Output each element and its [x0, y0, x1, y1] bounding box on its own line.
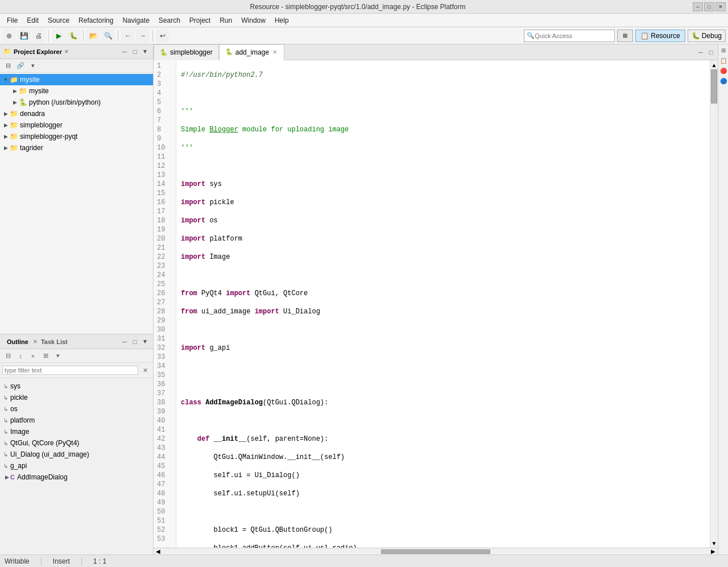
- outline-item-os[interactable]: ↳ os: [0, 403, 153, 415]
- outline-maximize-btn[interactable]: □: [130, 337, 139, 346]
- tree-item-simpleblogger-pyqt[interactable]: ▶ 📁 simpleblogger-pyqt: [0, 131, 153, 142]
- outline-item-qtgui[interactable]: ↳ QtGui, QtCore (PyQt4): [0, 437, 153, 449]
- minimize-panel-btn[interactable]: ─: [120, 47, 129, 56]
- project-explorer-folder-icon: 📁: [3, 48, 11, 55]
- expand-icon-folder: ▶: [11, 88, 18, 94]
- tree-item-mysite-folder[interactable]: ▶ 📁 mysite: [0, 85, 153, 97]
- editor-tabs: 🐍 simpleblogger 🐍 add_image ✕ ─ □: [154, 44, 718, 60]
- outline-chevron-btn[interactable]: ▾: [140, 337, 150, 346]
- folder-icon-tagrider: 📁: [9, 143, 18, 152]
- perspective-icon-btn[interactable]: ⊞: [617, 30, 633, 42]
- right-btn-1[interactable]: ⊞: [719, 45, 728, 55]
- print-button[interactable]: 🖨: [32, 29, 46, 43]
- scroll-left-btn[interactable]: ◀: [154, 548, 163, 554]
- task-list-tab[interactable]: Task List: [38, 338, 71, 345]
- outline-clear-btn[interactable]: ✕: [139, 365, 151, 376]
- menu-run[interactable]: Run: [215, 15, 237, 26]
- title-bar: Resource - simpleblogger-pyqt/src/1.0/ad…: [0, 0, 728, 14]
- menu-window[interactable]: Window: [237, 15, 270, 26]
- editor-tab-add-image[interactable]: 🐍 add_image ✕: [219, 44, 284, 60]
- right-btn-4[interactable]: 🔵: [719, 76, 728, 85]
- close-button[interactable]: ✕: [715, 2, 726, 11]
- run-button[interactable]: ▶: [52, 29, 65, 43]
- tab-close-add-image[interactable]: ✕: [271, 49, 278, 56]
- chevron-down-btn[interactable]: ▾: [140, 47, 150, 56]
- left-panels: 📁 Project Explorer ✕ ─ □ ▾ ⊟ 🔗 ▾ ▼ 📁: [0, 44, 154, 554]
- menu-file[interactable]: File: [2, 15, 22, 26]
- editor-tab-simpleblogger[interactable]: 🐍 simpleblogger: [154, 44, 219, 60]
- outline-label-uidialog: Ui_Dialog (ui_add_image): [10, 450, 89, 458]
- collapse-all-btn[interactable]: ⊟: [2, 60, 14, 72]
- outline-minimize-btn[interactable]: ─: [120, 337, 129, 346]
- outline-collapse-btn[interactable]: ⊟: [2, 350, 14, 362]
- outline-filter-input[interactable]: [2, 366, 138, 375]
- right-btn-3[interactable]: 🔴: [719, 66, 728, 75]
- python-icon: 🐍: [18, 98, 27, 107]
- scroll-up-btn[interactable]: ▲: [710, 60, 718, 69]
- open-button[interactable]: 📂: [86, 29, 100, 43]
- expand-icon-tagrider: ▶: [2, 144, 9, 151]
- import-icon-sys: ↳: [3, 383, 8, 390]
- quick-access-box[interactable]: 🔍: [524, 30, 615, 42]
- outline-sort-btn[interactable]: ↕: [15, 350, 26, 362]
- simpleblogger-label: simpleblogger: [20, 121, 63, 129]
- scroll-thumb[interactable]: [711, 69, 717, 104]
- import-icon-os: ↳: [3, 406, 8, 412]
- vertical-scrollbar[interactable]: ▲ ▼: [710, 60, 718, 548]
- outline-hide-btn[interactable]: ×: [27, 350, 39, 362]
- h-scroll-thumb[interactable]: [381, 549, 490, 554]
- forward-button[interactable]: →: [136, 29, 150, 43]
- menu-project[interactable]: Project: [185, 15, 215, 26]
- menu-source[interactable]: Source: [43, 15, 74, 26]
- editor-maximize-btn[interactable]: □: [706, 48, 715, 57]
- outline-item-gapi[interactable]: ↳ g_api: [0, 460, 153, 471]
- tree-item-simpleblogger[interactable]: ▶ 📁 simpleblogger: [0, 119, 153, 131]
- scroll-down-btn[interactable]: ▼: [710, 539, 718, 548]
- outline-item-uidialog[interactable]: ↳ Ui_Dialog (ui_add_image): [0, 449, 153, 460]
- save-button[interactable]: 💾: [17, 29, 31, 43]
- minimize-button[interactable]: ─: [693, 2, 703, 11]
- status-sep1: [41, 557, 42, 565]
- new-button[interactable]: ⊕: [2, 29, 16, 43]
- back-button[interactable]: ←: [121, 29, 135, 43]
- outline-item-addimagedialog[interactable]: ▶ C AddImageDialog: [0, 471, 153, 483]
- outline-item-pickle[interactable]: ↳ pickle: [0, 392, 153, 403]
- code-content-area[interactable]: #!/usr/bin/python2.7 ''' Simple Blogger …: [176, 60, 710, 548]
- quick-access-input[interactable]: [535, 32, 609, 39]
- undo-button[interactable]: ↩: [156, 29, 169, 43]
- menu-edit[interactable]: Edit: [22, 15, 43, 26]
- search-tool-button[interactable]: 🔍: [101, 29, 115, 43]
- tree-item-mysite-root[interactable]: ▼ 📁 mysite: [0, 74, 153, 85]
- outline-grid-btn[interactable]: ⊞: [40, 350, 51, 362]
- debug-perspective-button[interactable]: 🐛 Debug: [688, 30, 726, 42]
- outline-tab-outline[interactable]: Outline: [3, 338, 32, 345]
- menu-search[interactable]: Search: [154, 15, 185, 26]
- horizontal-scrollbar[interactable]: ◀ ▶: [154, 548, 718, 554]
- maximize-panel-btn[interactable]: □: [130, 47, 139, 56]
- menu-refactoring[interactable]: Refactoring: [74, 15, 118, 26]
- editor-minimize-btn[interactable]: ─: [696, 48, 705, 57]
- debug-button-toolbar[interactable]: 🐛: [67, 29, 80, 43]
- line-numbers: 12345 678910 1112131415 1617181920 21222…: [154, 60, 176, 548]
- outline-item-platform[interactable]: ↳ platform: [0, 415, 153, 426]
- menu-help[interactable]: Help: [270, 15, 293, 26]
- outline-chevron-down[interactable]: ▾: [52, 350, 64, 362]
- project-explorer-panel: 📁 Project Explorer ✕ ─ □ ▾ ⊟ 🔗 ▾ ▼ 📁: [0, 44, 153, 334]
- menu-navigate[interactable]: Navigate: [118, 15, 154, 26]
- python-label: python (/usr/bin/python): [29, 98, 101, 106]
- scroll-right-btn[interactable]: ▶: [709, 548, 718, 554]
- new-dropdown-btn[interactable]: ▾: [27, 60, 39, 72]
- denadra-label: denadra: [20, 110, 45, 118]
- folder-icon-simpleblogger-pyqt: 📁: [9, 132, 18, 141]
- outline-item-sys[interactable]: ↳ sys: [0, 380, 153, 392]
- h-scroll-track[interactable]: [163, 549, 709, 554]
- link-editor-btn[interactable]: 🔗: [15, 60, 26, 72]
- right-btn-2[interactable]: 📋: [719, 56, 728, 65]
- tree-item-python[interactable]: ▶ 🐍 python (/usr/bin/python): [0, 97, 153, 108]
- outline-item-image[interactable]: ↳ Image: [0, 426, 153, 437]
- maximize-button[interactable]: □: [704, 2, 714, 11]
- tree-item-tagrider[interactable]: ▶ 📁 tagrider: [0, 142, 153, 154]
- resource-perspective-button[interactable]: 📋 Resource: [635, 30, 685, 42]
- expand-icon-denadra: ▶: [2, 110, 9, 117]
- tree-item-denadra[interactable]: ▶ 📁 denadra: [0, 108, 153, 119]
